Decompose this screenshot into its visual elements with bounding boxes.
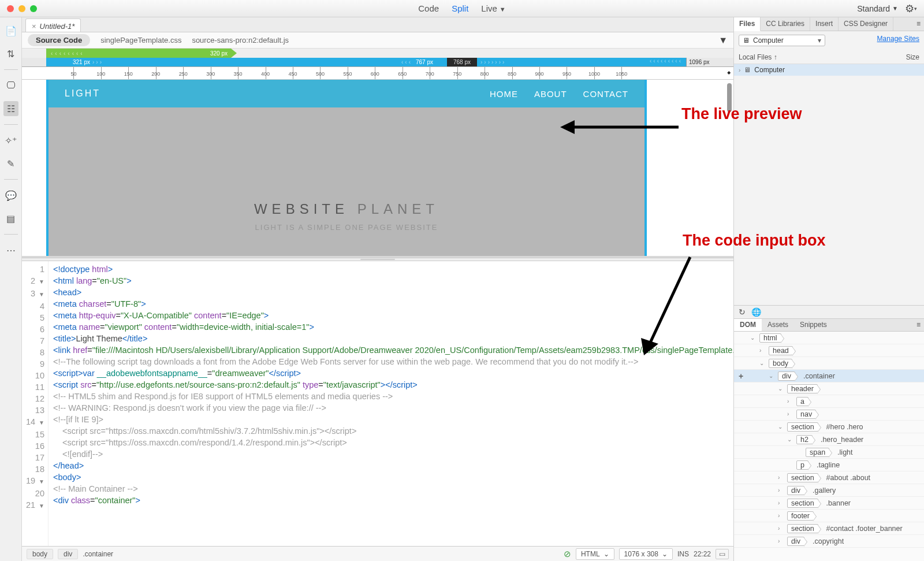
tab-code[interactable]: Code bbox=[418, 3, 439, 13]
tab-assets[interactable]: Assets bbox=[762, 319, 794, 331]
zoom-window-icon[interactable] bbox=[30, 5, 37, 12]
language-select[interactable]: HTML ⌄ bbox=[576, 548, 614, 560]
workspace-switcher[interactable]: Standard ▼ bbox=[857, 4, 898, 13]
ruler[interactable]: 5010015020025030035040045050055060065070… bbox=[22, 67, 733, 80]
tab-dom[interactable]: DOM bbox=[734, 319, 762, 331]
preview-nav-about[interactable]: ABOUT bbox=[534, 89, 567, 99]
snippet-icon[interactable]: ▤ bbox=[3, 211, 18, 226]
files-root-row[interactable]: › 🖥 Computer bbox=[734, 64, 924, 76]
dom-row[interactable]: ›a bbox=[734, 395, 924, 408]
settings-icon[interactable]: ⚙▾ bbox=[905, 2, 917, 15]
dom-row[interactable]: ›section#contact .footer_banner bbox=[734, 522, 924, 535]
dom-row[interactable]: ›head bbox=[734, 344, 924, 357]
dom-row[interactable]: ⌄body bbox=[734, 357, 924, 370]
add-icon[interactable]: + bbox=[739, 371, 746, 381]
dom-tag[interactable]: header bbox=[787, 384, 818, 393]
wand-icon[interactable]: ✧⁺ bbox=[3, 133, 18, 148]
dom-row[interactable]: +⌄div.container bbox=[734, 370, 924, 382]
disclosure-triangle-icon[interactable]: › bbox=[739, 67, 740, 73]
disclosure-triangle-icon[interactable]: › bbox=[787, 398, 794, 404]
breadcrumb[interactable]: body bbox=[27, 549, 53, 559]
dom-row[interactable]: ⌄header bbox=[734, 382, 924, 395]
disclosure-triangle-icon[interactable]: ⌄ bbox=[787, 436, 794, 443]
disclosure-triangle-icon[interactable]: › bbox=[778, 487, 785, 493]
globe-icon[interactable]: 🌐 bbox=[751, 307, 761, 317]
dom-row[interactable]: ›section#about .about bbox=[734, 471, 924, 484]
disclosure-triangle-icon[interactable]: › bbox=[778, 538, 785, 544]
dom-tag[interactable]: footer bbox=[787, 511, 814, 521]
source-code-pill[interactable]: Source Code bbox=[28, 34, 90, 46]
files-col-size[interactable]: Size bbox=[906, 53, 919, 61]
dom-row[interactable]: p.tagline bbox=[734, 459, 924, 471]
insert-mode[interactable]: INS bbox=[677, 550, 689, 558]
device-preview-icon[interactable]: ▭ bbox=[716, 549, 729, 559]
dom-tag[interactable]: a bbox=[796, 397, 808, 406]
dom-row[interactable]: span.light bbox=[734, 446, 924, 459]
dom-tag[interactable]: span bbox=[806, 448, 829, 457]
breadcrumb[interactable]: div bbox=[58, 549, 78, 559]
format-icon[interactable]: ✎ bbox=[3, 156, 18, 171]
viewport-size[interactable]: 1076 x 308 ⌄ bbox=[619, 548, 673, 560]
related-file[interactable]: source-sans-pro:n2:default.js bbox=[192, 36, 289, 44]
tab-css-designer[interactable]: CSS Designer bbox=[839, 17, 893, 31]
dom-tag[interactable]: nav bbox=[796, 410, 816, 419]
dom-tag[interactable]: section bbox=[787, 473, 818, 482]
tab-insert[interactable]: Insert bbox=[810, 17, 839, 31]
dom-tag[interactable]: section bbox=[787, 422, 818, 432]
panel-menu-icon[interactable]: ≡ bbox=[913, 319, 924, 331]
dom-tag[interactable]: html bbox=[759, 333, 781, 343]
files-location-dropdown[interactable]: 🖥 Computer bbox=[739, 35, 825, 46]
media-query-bar-min[interactable]: ‹‹‹‹‹‹‹‹320 px bbox=[22, 49, 733, 58]
dom-row[interactable]: ›nav bbox=[734, 408, 924, 421]
disclosure-triangle-icon[interactable]: › bbox=[778, 500, 785, 506]
close-icon[interactable]: × bbox=[32, 22, 36, 31]
more-icon[interactable]: ⋯ bbox=[3, 243, 18, 258]
filter-icon[interactable]: ▼ bbox=[718, 35, 728, 46]
dom-row[interactable]: ›div.copyright bbox=[734, 535, 924, 548]
dom-row[interactable]: ⌄section#hero .hero bbox=[734, 421, 924, 433]
preview-nav-contact[interactable]: CONTACT bbox=[583, 89, 628, 99]
validation-ok-icon[interactable]: ⊘ bbox=[564, 549, 571, 559]
file-icon[interactable]: 📄 bbox=[3, 23, 18, 38]
live-preview-pane[interactable]: LIGHT HOME ABOUT CONTACT WEBSITE PLANET … bbox=[22, 80, 733, 258]
dom-row[interactable]: ›div.gallery bbox=[734, 484, 924, 497]
close-window-icon[interactable] bbox=[7, 5, 14, 12]
disclosure-triangle-icon[interactable]: ⌄ bbox=[750, 335, 757, 341]
dom-row[interactable]: ⌄html bbox=[734, 332, 924, 344]
comment-icon[interactable]: 💬 bbox=[3, 188, 18, 203]
preview-nav-home[interactable]: HOME bbox=[490, 89, 518, 99]
disclosure-triangle-icon[interactable]: ⌄ bbox=[769, 373, 776, 379]
disclosure-triangle-icon[interactable]: › bbox=[759, 347, 766, 354]
disclosure-triangle-icon[interactable]: ⌄ bbox=[778, 385, 785, 392]
preview-icon[interactable]: 🖵 bbox=[3, 78, 18, 93]
dom-tag[interactable]: head bbox=[769, 346, 793, 355]
related-file[interactable]: singlePageTemplate.css bbox=[100, 36, 181, 44]
split-view-icon[interactable]: ☷ bbox=[3, 101, 18, 116]
dom-row[interactable]: ›footer bbox=[734, 510, 924, 522]
code-editor[interactable]: 12 ▼3 ▼4567891011121314 ▼1516171819 ▼202… bbox=[22, 261, 733, 546]
manage-sites-icon[interactable]: ⇅ bbox=[3, 46, 18, 61]
ruler-marker-icon[interactable]: ⬥▾ bbox=[726, 67, 731, 80]
window-controls[interactable] bbox=[7, 5, 37, 12]
manage-sites-link[interactable]: Manage Sites bbox=[877, 35, 919, 43]
refresh-icon[interactable]: ↻ bbox=[739, 307, 746, 317]
tab-files[interactable]: Files bbox=[734, 17, 761, 31]
tab-split[interactable]: Split bbox=[452, 3, 468, 13]
tab-live[interactable]: Live▼ bbox=[481, 3, 505, 13]
breadcrumb-selector[interactable]: .container bbox=[83, 550, 113, 558]
document-tab[interactable]: × Untitled-1* bbox=[25, 18, 81, 32]
disclosure-triangle-icon[interactable]: ⌄ bbox=[759, 360, 766, 366]
dom-tree[interactable]: ⌄html›head⌄body+⌄div.container⌄header›a›… bbox=[734, 332, 924, 561]
dom-tag[interactable]: body bbox=[769, 359, 792, 368]
dom-row[interactable]: ⌄h2.hero_header bbox=[734, 433, 924, 446]
minimize-window-icon[interactable] bbox=[18, 5, 25, 12]
dom-tag[interactable]: div bbox=[787, 486, 804, 495]
dom-tag[interactable]: div bbox=[787, 537, 804, 546]
preview-logo[interactable]: LIGHT bbox=[65, 88, 100, 99]
disclosure-triangle-icon[interactable]: ⌄ bbox=[778, 423, 785, 430]
disclosure-triangle-icon[interactable]: › bbox=[778, 474, 785, 481]
disclosure-triangle-icon[interactable]: › bbox=[778, 512, 785, 519]
dom-row[interactable]: ›section.banner bbox=[734, 497, 924, 510]
dom-tag[interactable]: div bbox=[778, 371, 795, 381]
disclosure-triangle-icon[interactable]: › bbox=[787, 411, 794, 417]
